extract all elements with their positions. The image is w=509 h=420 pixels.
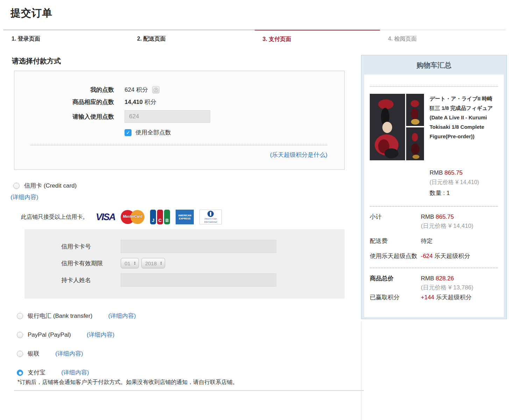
step-review: 4. 检阅页面 (380, 30, 506, 43)
item-points-label: 商品相应的点数 (14, 98, 125, 106)
shipping-row: 配送费 待定 (370, 237, 498, 246)
card-holder-label: 持卡人姓名 (61, 276, 121, 284)
my-points-label: 我的点数 (14, 86, 125, 94)
bank-transfer-radio[interactable] (17, 313, 23, 319)
product-quantity: 数量 : 1 (430, 189, 498, 197)
unionpay-radio[interactable] (17, 351, 23, 357)
bank-transfer-label: 银行电汇 (Bank transfer) (28, 312, 92, 320)
unionpay-label: 银联 (28, 350, 40, 358)
diners-logo-icon: Diners Club International (199, 210, 222, 224)
credit-card-detail-link[interactable]: (详细内容) (10, 194, 38, 201)
what-is-points-link[interactable]: (乐天超级积分是什么) (270, 152, 327, 158)
credit-card-label: 信用卡 (Credit card) (24, 182, 77, 190)
accepted-cards: 此店铺只接受以上信用卡。 VISA MasterCard JCB AMERICA… (21, 210, 353, 224)
payment-heading: 请选择付款方式 (12, 56, 353, 66)
alipay-radio[interactable] (17, 370, 23, 376)
points-earned-row: 已赢取积分 +144 乐天超级积分 (370, 293, 498, 302)
bank-transfer-detail-link[interactable]: (详细内容) (108, 312, 136, 320)
product-price-block: RMB 865.75 (日元价格 ¥ 14,410) 数量 : 1 (430, 160, 498, 197)
bottom-divider (14, 390, 364, 391)
cart-separator (370, 206, 498, 206)
expiry-year-select[interactable]: 2018 ▲▼ (141, 258, 165, 268)
cart-summary-title: 购物车汇总 (361, 55, 507, 75)
payment-footnote: *订购后，店铺将会通知客户关于付款方式。如果没有收到店铺的通知，请自行联系店铺。 (17, 379, 353, 386)
card-holder-input[interactable] (121, 273, 276, 287)
card-expiry-label: 信用卡有效期限 (61, 259, 121, 267)
subtotal-row: 小计 RMB 865.75 (日元价格 ¥ 14,410) (370, 212, 498, 231)
total-row: 商品总价 RMB 828.26 (日元价格 ¥ 13,786) (370, 274, 498, 292)
visa-logo-icon: VISA (96, 212, 115, 223)
stepper-arrows-icon: ▲▼ (160, 261, 162, 265)
checkout-progress: 1. 登录页面 2. 配送页面 3. 支付页面 4. 检阅页面 (3, 30, 506, 43)
payment-methods: 银行电汇 (Bank transfer) (详细内容) PayPal (PayP… (17, 312, 353, 377)
product-name: デート・ア・ライブII 時崎狂三 1/8 完成品フィギュア(Date A Liv… (430, 94, 497, 160)
alipay-label: 支付宝 (28, 369, 45, 377)
points-box: 我的点数 624 积分 ? 商品相应的点数 14,410 积分 请输入使用点数 … (14, 71, 345, 170)
cart-summary: 购物车汇总 (361, 55, 507, 319)
product-image (370, 94, 424, 160)
stepper-arrows-icon: ▲▼ (134, 261, 136, 265)
unionpay-detail-link[interactable]: (详细内容) (55, 350, 83, 358)
paypal-detail-link[interactable]: (详细内容) (87, 331, 114, 339)
page-title: 提交订单 (10, 6, 509, 20)
card-number-label: 信用卡卡号 (61, 243, 121, 251)
step-payment: 3. 支付页面 (255, 30, 380, 43)
product-price: RMB 865.75 (430, 169, 498, 176)
help-icon[interactable]: ? (152, 86, 160, 93)
accepted-cards-note: 此店铺只接受以上信用卡。 (21, 214, 88, 221)
payment-section: 请选择付款方式 我的点数 624 积分 ? 商品相应的点数 14,410 积分 … (0, 56, 353, 391)
step-login: 1. 登录页面 (3, 30, 129, 43)
cart-separator (370, 268, 498, 268)
cart-item: デート・ア・ライブII 時崎狂三 1/8 完成品フィギュア(Date A Liv… (370, 94, 498, 160)
paypal-radio[interactable] (17, 332, 23, 338)
cart-separator (370, 86, 498, 87)
cart-summary-panel: デート・ア・ライブII 時崎狂三 1/8 完成品フィギュア(Date A Liv… (364, 75, 504, 317)
use-all-points-checkbox[interactable]: ✓ (125, 129, 132, 136)
step-shipping: 2. 配送页面 (129, 30, 255, 43)
checkout-page: 提交订单 1. 登录页面 2. 配送页面 3. 支付页面 4. 检阅页面 请选择… (0, 0, 509, 420)
page-header: 提交订单 (0, 0, 509, 20)
amex-logo-icon: AMERICANEXPRESS (176, 210, 194, 224)
credit-card-radio[interactable] (13, 183, 20, 189)
my-points-value: 624 积分 (125, 86, 148, 94)
mastercard-logo-icon: MasterCard (121, 210, 144, 224)
product-price-jpy: (日元价格 ¥ 14,410) (430, 179, 498, 186)
points-input[interactable] (125, 110, 210, 123)
alipay-detail-link[interactable]: (详细内容) (61, 369, 89, 377)
points-used-row: 使用乐天超级点数 -624 乐天超级积分 (370, 252, 498, 261)
card-number-input[interactable] (121, 240, 276, 253)
expiry-month-select[interactable]: 01 ▲▼ (121, 258, 139, 268)
jcb-logo-icon: JCB (150, 210, 170, 224)
use-all-points-label: 使用全部点数 (135, 128, 171, 136)
credit-card-form: 信用卡卡号 信用卡有效期限 01 ▲▼ 2018 ▲▼ 持卡人姓名 (24, 229, 345, 299)
item-points-value: 14,410 积分 (125, 98, 156, 106)
right-column-divider (361, 321, 361, 420)
paypal-label: PayPal (PayPal) (28, 331, 71, 338)
points-input-label: 请输入使用点数 (14, 113, 125, 121)
